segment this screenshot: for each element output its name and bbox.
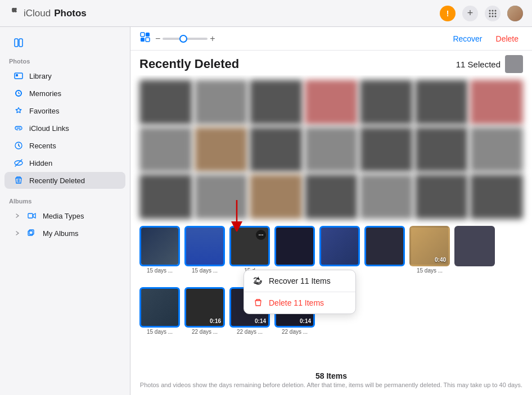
svg-rect-21	[141, 38, 145, 42]
thumb-label: 15 days ...	[147, 267, 173, 274]
photo-grid: 15 days ... 15 days ... ··· 15 d	[130, 75, 532, 368]
slider-thumb[interactable]	[179, 35, 187, 43]
sidebar-item-hidden[interactable]: Hidden	[4, 155, 125, 171]
photo-thumb[interactable]: 0:16	[184, 287, 225, 328]
recover-context-icon	[253, 276, 263, 286]
slider-track[interactable]	[163, 38, 208, 40]
selected-thumbnail-preview	[505, 55, 523, 73]
photo-thumb[interactable]: ···	[229, 226, 270, 266]
list-item[interactable]	[274, 226, 315, 267]
grid-icon[interactable]	[485, 6, 501, 21]
photo-thumb[interactable]	[184, 226, 225, 266]
sidebar-icloud-links-label: iCloud Links	[29, 124, 69, 133]
list-item[interactable]	[364, 226, 405, 267]
blurred-row-1	[139, 80, 523, 125]
photo-thumb[interactable]	[139, 287, 180, 328]
svg-rect-20	[146, 33, 150, 37]
sidebar-item-my-albums[interactable]: My Albums	[4, 225, 125, 242]
blurred-photo	[139, 174, 192, 219]
selected-badge: 11 Selected	[456, 55, 523, 73]
blurred-photo	[360, 80, 413, 125]
list-item[interactable]: ··· 15 d	[229, 226, 270, 274]
zoom-slider[interactable]: − +	[155, 34, 215, 44]
list-item[interactable]: 0:16 22 days ...	[184, 287, 225, 335]
delete-button[interactable]: Delete	[492, 32, 523, 46]
select-mode-icon[interactable]	[139, 31, 151, 46]
recover-button[interactable]: Recover	[448, 32, 486, 46]
media-types-icon	[27, 211, 37, 221]
user-avatar[interactable]	[507, 6, 523, 21]
photo-thumb[interactable]	[274, 226, 315, 266]
content-area: − + Recover Delete Recently Deleted 11 S…	[130, 27, 532, 395]
photo-thumb[interactable]	[454, 226, 495, 266]
svg-point-6	[489, 15, 491, 17]
albums-section-label: Albums	[0, 193, 130, 207]
footer: 58 Items Photos and videos show the days…	[130, 368, 532, 395]
list-item[interactable]: 15 days ...	[184, 226, 225, 274]
sidebar-panel-icon	[13, 38, 24, 48]
svg-rect-10	[19, 39, 22, 47]
context-recover-label: Recover 11 Items	[269, 276, 331, 285]
list-item[interactable]: 15 days ...	[139, 287, 180, 335]
svg-rect-12	[16, 74, 18, 76]
thumb-label: 22 days ...	[192, 329, 218, 335]
blurred-photo	[415, 80, 468, 125]
more-icon[interactable]: ···	[256, 230, 266, 240]
expand-media-types-icon	[13, 212, 21, 220]
thumb-label: 22 days ...	[237, 329, 263, 335]
apple-icon	[9, 8, 20, 19]
context-menu-recover[interactable]: Recover 11 Items	[244, 270, 355, 292]
thumbnail-row-1: 15 days ... 15 days ... ··· 15 d	[139, 226, 523, 274]
footer-note: Photos and videos show the days remainin…	[139, 382, 523, 388]
library-icon	[13, 71, 24, 81]
alert-icon[interactable]: !	[440, 6, 456, 21]
sidebar-hidden-label: Hidden	[29, 159, 52, 167]
blurred-row-3	[139, 174, 523, 219]
sidebar-item-favorites[interactable]: Favorites	[4, 102, 125, 119]
app-title: Photos	[54, 8, 87, 19]
blurred-photo	[415, 127, 468, 172]
context-menu-delete[interactable]: Delete 11 Items	[244, 292, 355, 314]
blurred-photo	[470, 127, 523, 172]
list-item[interactable]: 0:40 15 days ...	[409, 226, 450, 274]
blurred-photo	[305, 80, 358, 125]
svg-point-4	[492, 12, 494, 14]
thumb-label: 22 days ...	[282, 329, 308, 335]
blurred-photo	[195, 174, 247, 219]
zoom-out-icon[interactable]: −	[155, 34, 160, 44]
sidebar-item-recently-deleted[interactable]: Recently Deleted	[4, 172, 125, 189]
svg-rect-17	[28, 231, 33, 235]
thumb-label: 15 days ...	[417, 267, 443, 274]
sidebar-item-memories[interactable]: Memories	[4, 85, 125, 102]
icloud-links-icon	[13, 123, 24, 133]
sidebar-item-media-types[interactable]: Media Types	[4, 207, 125, 224]
photo-thumb[interactable]	[139, 226, 180, 266]
sidebar-recents-label: Recents	[29, 142, 56, 150]
main-layout: Photos Library Memories Favorites iCloud…	[0, 27, 532, 395]
svg-point-1	[492, 10, 494, 11]
sidebar-item-recents[interactable]: Recents	[4, 137, 125, 154]
sidebar-media-types-label: Media Types	[43, 212, 84, 220]
photo-thumb[interactable]	[364, 226, 405, 266]
photo-thumb[interactable]: 0:40	[409, 226, 450, 266]
toolbar-left: − +	[139, 31, 444, 46]
add-icon[interactable]: +	[462, 6, 478, 21]
svg-rect-18	[29, 230, 34, 234]
list-item[interactable]	[319, 226, 360, 267]
topbar: iCloud Photos ! +	[0, 0, 532, 27]
photo-thumb[interactable]	[319, 226, 360, 266]
sidebar-item-icloud-links[interactable]: iCloud Links	[4, 120, 125, 137]
thumb-label: 15 days ...	[147, 329, 173, 335]
list-item[interactable]: 15 days ...	[139, 226, 180, 274]
memories-icon	[13, 88, 24, 98]
blurred-photo	[470, 174, 523, 219]
favorites-icon	[13, 106, 24, 116]
blurred-photo	[250, 174, 303, 219]
sidebar-item-toggle[interactable]	[4, 34, 125, 51]
sidebar-item-library[interactable]: Library	[4, 67, 125, 84]
blurred-photo	[415, 174, 468, 219]
blurred-row-2	[139, 127, 523, 172]
sidebar-library-label: Library	[29, 72, 52, 80]
list-item[interactable]	[454, 226, 495, 267]
zoom-in-icon[interactable]: +	[210, 34, 215, 44]
